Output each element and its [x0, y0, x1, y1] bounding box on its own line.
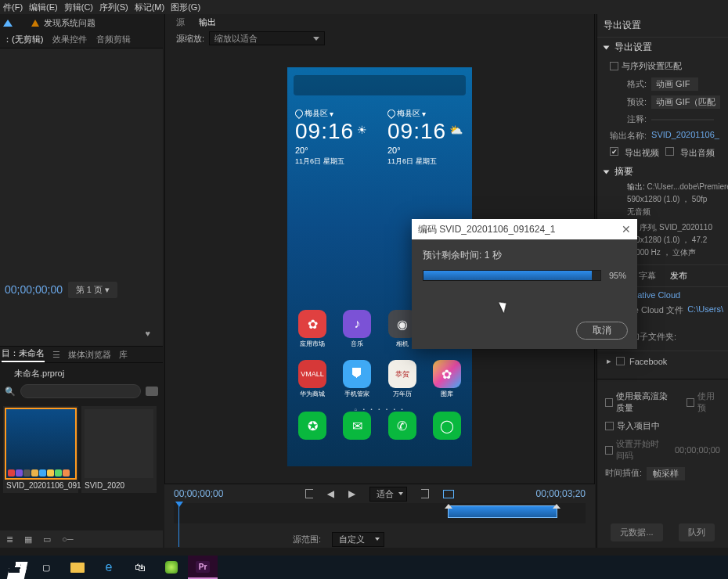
- source-tabs: ：(无剪辑) 效果控件 音频剪辑: [0, 31, 163, 49]
- source-timecode[interactable]: 00;00;00;00: [5, 283, 63, 296]
- tab-effect-controls[interactable]: 效果控件: [52, 34, 87, 45]
- section-summary[interactable]: 摘要: [597, 162, 728, 182]
- timeline-clip[interactable]: [448, 505, 557, 518]
- section-export-settings[interactable]: 导出设置: [597, 38, 728, 57]
- windows-taskbar: ▢ e 🛍 Pr: [0, 556, 728, 579]
- bin-item[interactable]: SVID_2020: [81, 406, 157, 493]
- bin-item-selected[interactable]: SVID_20201106_091624_1...14;28: [3, 406, 78, 493]
- scale-label: 源缩放:: [176, 33, 204, 45]
- timeline-fit-dropdown[interactable]: 适合: [369, 487, 407, 502]
- cc-folder-value[interactable]: C:\Users\: [687, 304, 723, 328]
- export-footer: 元数据... 队列: [597, 523, 728, 541]
- source-range-dropdown[interactable]: 自定义: [332, 532, 384, 547]
- start-button[interactable]: [0, 556, 30, 579]
- checkbox-match-sequence[interactable]: [610, 62, 618, 70]
- dialog-title-text: 编码 SVID_20201106_091624_1: [418, 223, 555, 236]
- checkbox-export-video[interactable]: ✔: [610, 147, 618, 156]
- checkbox-max-quality[interactable]: [605, 398, 613, 407]
- timeline-panel: 00;00;00;00 ▶▶ 适合 00;00;03;20 源范围: 自定义: [164, 484, 595, 548]
- menu-sequence[interactable]: 序列(S): [96, 2, 132, 13]
- project-tabs: 目：未命名☰ 媒体浏览器 库: [0, 346, 163, 363]
- fullscreen-icon[interactable]: [443, 490, 454, 498]
- preview-tabs: 源 输出: [165, 14, 594, 30]
- taskview-icon[interactable]: ▢: [31, 556, 61, 579]
- menu-file[interactable]: 件(F): [0, 2, 26, 13]
- tab-preview-output[interactable]: 输出: [199, 16, 216, 28]
- outname-label: 输出名称:: [610, 130, 647, 142]
- edge-icon[interactable]: e: [94, 556, 124, 579]
- label-import-project: 导入项目中: [617, 420, 660, 432]
- interp-label: 时间插值:: [605, 467, 642, 480]
- format-dropdown[interactable]: 动画 GIF: [651, 77, 698, 91]
- timeline-ruler-row: 00;00;00;00 ▶▶ 适合 00;00;03;20: [164, 484, 595, 503]
- premiere-icon[interactable]: Pr: [188, 556, 218, 579]
- bin-thumbnail: [6, 409, 75, 478]
- cancel-button[interactable]: 取消: [576, 322, 628, 340]
- timeline-in-tc[interactable]: 00;00;00;00: [174, 488, 223, 499]
- tab-preview-source[interactable]: 源: [176, 16, 185, 28]
- store-icon[interactable]: 🛍: [125, 556, 155, 579]
- progress-fill: [423, 271, 592, 280]
- export-panel-title: 导出设置: [597, 14, 728, 38]
- bin-thumbnail: [85, 409, 153, 478]
- dialog-titlebar[interactable]: 编码 SVID_20201106_091624_1 ✕: [412, 219, 637, 239]
- warning-bar: 发现系统问题: [0, 14, 163, 31]
- warning-icon: [31, 20, 39, 27]
- checkbox-use-previews[interactable]: [687, 398, 694, 407]
- subtab-captions[interactable]: 字幕: [639, 270, 656, 282]
- outname-link[interactable]: SVID_20201106_: [651, 130, 719, 142]
- project-search-input[interactable]: [20, 384, 141, 398]
- close-icon[interactable]: ✕: [622, 223, 631, 236]
- menu-bar: 件(F) 编辑(E) 剪辑(C) 序列(S) 标记(M) 图形(G): [0, 0, 728, 14]
- home-icon[interactable]: [3, 20, 13, 27]
- mark-in-icon[interactable]: [305, 489, 313, 498]
- new-bin-icon[interactable]: [146, 387, 158, 396]
- tab-media-browser[interactable]: 媒体浏览器: [68, 349, 111, 361]
- explorer-icon[interactable]: [63, 556, 92, 579]
- menu-graphics[interactable]: 图形(G): [168, 2, 204, 13]
- phone-left-widget: 梅县区 ▾ 09:16☀ 20° 11月6日 星期五: [287, 108, 380, 167]
- metadata-button[interactable]: 元数据...: [611, 523, 662, 541]
- encoding-dialog: 编码 SVID_20201106_091624_1 ✕ 预计剩余时间: 1 秒 …: [412, 219, 637, 349]
- icon-view-icon[interactable]: ▦: [24, 534, 32, 545]
- timeline-track[interactable]: [174, 503, 586, 523]
- source-panel: 00;00;00;00 第 1 页 ▾ ♥: [0, 49, 163, 346]
- notes-input[interactable]: [651, 119, 714, 120]
- menu-marker[interactable]: 标记(M): [132, 2, 168, 13]
- preset-dropdown[interactable]: 动画 GIF（匹配: [651, 95, 720, 109]
- scale-dropdown[interactable]: 缩放以适合: [209, 31, 325, 45]
- tab-audio-clip[interactable]: 音频剪辑: [96, 34, 131, 45]
- facebook-row[interactable]: ▸Facebook: [597, 351, 728, 371]
- zoom-slider-icon[interactable]: ○─: [62, 534, 73, 544]
- list-view-icon[interactable]: ≣: [6, 534, 13, 545]
- checkbox-facebook[interactable]: [616, 357, 625, 365]
- subtab-publish[interactable]: 发布: [670, 270, 687, 282]
- mark-out-icon[interactable]: [421, 489, 429, 498]
- checkbox-start-tc[interactable]: [605, 446, 613, 455]
- favorite-icon[interactable]: ♥: [145, 329, 150, 338]
- phone-status-bar: [294, 75, 466, 95]
- search-icon: 🔍: [5, 387, 16, 397]
- label-match-sequence: 与序列设置匹配: [622, 60, 682, 72]
- export-options: 使用最高渲染质量 使用预 导入项目中 设置开始时间码 00;00;00;00 时…: [597, 384, 728, 486]
- tab-project[interactable]: 目：未命名: [2, 347, 45, 362]
- tab-libraries[interactable]: 库: [119, 349, 128, 361]
- preview-scale-row: 源缩放: 缩放以适合: [165, 30, 594, 47]
- label-start-tc: 设置开始时间码: [616, 438, 666, 462]
- label-export-audio: 导出音频: [680, 147, 715, 159]
- checkbox-import-project[interactable]: [605, 422, 614, 430]
- bin-label: SVID_2020: [85, 481, 124, 490]
- freeform-view-icon[interactable]: ▭: [43, 534, 51, 545]
- menu-edit[interactable]: 编辑(E): [26, 2, 61, 13]
- tab-source-noclip[interactable]: ：(无剪辑): [3, 34, 43, 45]
- interp-dropdown[interactable]: 帧采样: [647, 467, 685, 480]
- timeline-out-tc[interactable]: 00;00;03;20: [536, 488, 586, 499]
- queue-button[interactable]: 队列: [679, 523, 715, 541]
- wechat-icon[interactable]: [157, 556, 186, 579]
- warning-text[interactable]: 发现系统问题: [44, 17, 96, 29]
- progress-percent: 95%: [609, 271, 626, 280]
- menu-clip[interactable]: 剪辑(C): [61, 2, 96, 13]
- page-button[interactable]: 第 1 页 ▾: [68, 282, 117, 298]
- checkbox-export-audio[interactable]: [665, 147, 674, 156]
- project-name: 未命名.prproj: [0, 363, 163, 383]
